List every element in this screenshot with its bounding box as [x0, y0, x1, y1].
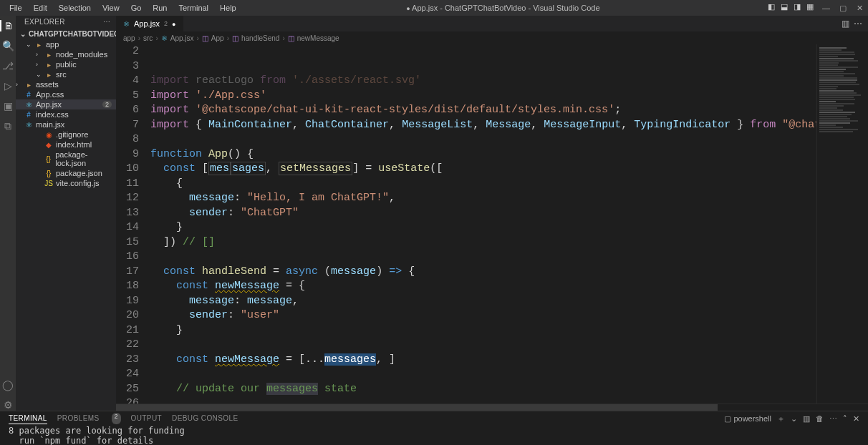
split-editor-icon[interactable]: ▥: [842, 19, 849, 29]
layout-right-icon[interactable]: ◨: [791, 2, 804, 14]
menu-go[interactable]: Go: [126, 2, 147, 14]
code-token: async: [286, 265, 318, 278]
editor-h-scrollbar[interactable]: [116, 404, 868, 411]
code-line[interactable]: // update our messages state: [150, 382, 788, 397]
minimize-button[interactable]: —: [816, 2, 834, 14]
minimap-line: [819, 118, 850, 119]
tree-item-package-json[interactable]: {}package.json: [16, 168, 116, 178]
code-line[interactable]: 💡 const newMessage = [...messages, ]: [150, 353, 788, 368]
breadcrumb-segment[interactable]: app: [123, 34, 135, 42]
code-line[interactable]: {: [150, 177, 788, 192]
menu-terminal[interactable]: Terminal: [174, 2, 214, 14]
code-line[interactable]: sender: "user": [150, 308, 788, 323]
terminal-shell-label[interactable]: ▢ powershell: [724, 414, 771, 424]
code-token: ;: [614, 104, 621, 116]
code-line[interactable]: [150, 250, 788, 265]
breadcrumb[interactable]: app›src›⚛App.jsx›◫App›◫handleSend›◫newMe…: [116, 31, 868, 44]
tree-item-App-jsx[interactable]: ⚛App.jsx2: [16, 99, 116, 109]
panel-tab-problems[interactable]: PROBLEMS: [57, 413, 100, 424]
panel-maximize-icon[interactable]: ˄: [843, 414, 847, 424]
menu-run[interactable]: Run: [148, 2, 172, 14]
code-line[interactable]: ]) // []: [150, 235, 788, 250]
tree-item--gitignore[interactable]: ◉.gitignore: [16, 129, 116, 140]
new-terminal-icon[interactable]: ＋: [777, 414, 785, 424]
tree-item-node_modules[interactable]: ›▸node_modules: [16, 49, 116, 59]
settings-gear-icon[interactable]: ⚙: [0, 399, 16, 411]
code-line[interactable]: import { MainContainer, ChatContainer, M…: [150, 118, 788, 133]
explorer-icon[interactable]: 🗎: [0, 20, 16, 31]
workspace-root[interactable]: CHATGPTCHATBOTVIDEO: [16, 29, 116, 39]
layout-left-icon[interactable]: ◧: [765, 2, 778, 14]
code-line[interactable]: message: "Hello, I am ChatGPT!",: [150, 191, 788, 206]
code-content[interactable]: import reactLogo from './assets/react.sv…: [150, 44, 816, 404]
minimap-line: [819, 86, 838, 87]
panel-tab-terminal[interactable]: TERMINAL: [9, 413, 47, 424]
code-line[interactable]: [150, 396, 788, 404]
close-button[interactable]: ✕: [851, 2, 868, 14]
code-line[interactable]: import './App.css': [150, 89, 788, 104]
panel-tab-output[interactable]: OUTPUT: [131, 413, 163, 424]
explorer-more-icon[interactable]: ⋯: [103, 18, 110, 29]
code-line[interactable]: [150, 367, 788, 382]
breadcrumb-segment[interactable]: App.jsx: [170, 34, 194, 42]
search-icon[interactable]: 🔍: [0, 40, 16, 52]
menu-selection[interactable]: Selection: [54, 2, 96, 14]
layout-bottom-icon[interactable]: ⬓: [778, 2, 791, 14]
code-line[interactable]: }: [150, 220, 788, 235]
jsx-icon: ⚛: [24, 121, 33, 129]
menu-edit[interactable]: Edit: [29, 2, 52, 14]
panel-more-icon[interactable]: ⋯: [829, 414, 837, 424]
code-line[interactable]: }: [150, 323, 788, 338]
split-terminal-icon[interactable]: ▥: [803, 414, 810, 424]
panel-close-icon[interactable]: ✕: [853, 414, 859, 424]
code-line[interactable]: [150, 132, 788, 147]
account-icon[interactable]: ◯: [0, 379, 16, 391]
tree-item-src[interactable]: ⌄▸src: [16, 69, 116, 79]
remote-icon[interactable]: ⧉: [0, 120, 16, 132]
menu-file[interactable]: File: [4, 2, 27, 14]
panel-tab-debug-console[interactable]: DEBUG CONSOLE: [172, 413, 238, 424]
code-line[interactable]: const [messages, setMessages] = useState…: [150, 162, 788, 177]
code-line[interactable]: [150, 338, 788, 353]
code-line[interactable]: const newMessage = {: [150, 279, 788, 294]
code-line[interactable]: import reactLogo from './assets/react.sv…: [150, 74, 788, 89]
code-line[interactable]: const handleSend = async (message) => {: [150, 265, 788, 280]
tree-item-assets[interactable]: ›▸assets: [16, 79, 116, 89]
breadcrumb-segment[interactable]: newMessage: [297, 34, 339, 42]
minimap[interactable]: [816, 44, 868, 404]
tree-item-package-lock-json[interactable]: {}package-lock.json: [16, 150, 116, 168]
code-editor[interactable]: 2345678910111213141516171819202122232425…: [116, 44, 868, 404]
breadcrumb-segment[interactable]: handleSend: [241, 34, 279, 42]
maximize-button[interactable]: ▢: [834, 2, 851, 14]
menu-view[interactable]: View: [97, 2, 125, 14]
editor-tab-App-jsx[interactable]: ⚛App.jsx2: [116, 16, 184, 31]
code-line[interactable]: function App() {: [150, 147, 788, 162]
scrollbar-thumb[interactable]: [116, 404, 718, 411]
code-line[interactable]: import '@chatscope/chat-ui-kit-react-sty…: [150, 103, 788, 118]
tree-item-index-html[interactable]: ◆index.html: [16, 140, 116, 150]
code-token: setMessages: [279, 162, 352, 175]
symbol-icon: ◫: [288, 34, 294, 42]
tree-item-App-css[interactable]: #App.css: [16, 89, 116, 99]
extensions-icon[interactable]: ▣: [0, 100, 16, 112]
terminal-output[interactable]: 8 packages are looking for funding run `…: [0, 424, 868, 445]
tree-item-vite-config-js[interactable]: JSvite.config.js: [16, 178, 116, 188]
tree-item-index-css[interactable]: #index.css: [16, 109, 116, 119]
breadcrumb-segment[interactable]: src: [143, 34, 153, 42]
code-token: ,: [266, 162, 279, 175]
menu-help[interactable]: Help: [215, 2, 241, 14]
run-debug-icon[interactable]: ▷: [0, 80, 16, 92]
code-line[interactable]: message: message,: [150, 294, 788, 309]
tree-item-main-jsx[interactable]: ⚛main.jsx: [16, 119, 116, 129]
breadcrumb-segment[interactable]: App: [211, 34, 224, 42]
source-control-icon[interactable]: ⎇: [0, 60, 16, 72]
tree-item-app[interactable]: ⌄▸app: [16, 39, 116, 49]
layout-grid-icon[interactable]: ▦: [804, 2, 816, 14]
more-actions-icon[interactable]: ⋯: [854, 19, 862, 29]
code-line[interactable]: sender: "ChatGPT": [150, 206, 788, 221]
code-token: MessageList: [402, 119, 473, 131]
tree-item-public[interactable]: ›▸public: [16, 59, 116, 69]
kill-terminal-icon[interactable]: 🗑: [816, 414, 824, 423]
code-token: ,: [389, 192, 395, 204]
terminal-dropdown-icon[interactable]: ⌄: [791, 414, 797, 424]
